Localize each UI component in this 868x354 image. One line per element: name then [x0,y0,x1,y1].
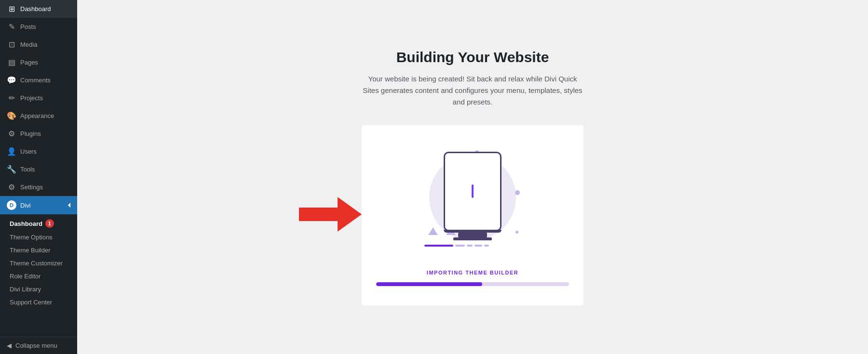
sidebar-item-appearance[interactable]: 🎨 Appearance [0,107,77,125]
sidebar-item-label: Media [20,41,37,48]
posts-icon: ✎ [7,22,16,31]
arrow-indicator [299,197,362,234]
collapse-label: Collapse menu [15,342,57,349]
divi-label: Divi [20,202,31,209]
deco-triangle-left [428,227,438,235]
divi-submenu-item-theme-builder[interactable]: Theme Builder [0,244,77,257]
comments-icon: 💬 [7,76,16,85]
sidebar-item-settings[interactable]: ⚙ Settings [0,178,77,196]
settings-icon: ⚙ [7,183,16,192]
sidebar-item-plugins[interactable]: ⚙ Plugins [0,125,77,143]
prog-line-1 [455,245,465,247]
build-card: IMPORTING THEME BUILDER [362,125,583,305]
divi-submenu-item-theme-customizer[interactable]: Theme Customizer [0,257,77,270]
device-cursor [472,184,474,198]
sidebar: ⊞ Dashboard ✎ Posts ⊡ Media ▤ Pages 💬 Co… [0,0,77,354]
dashboard-icon: ⊞ [7,4,16,13]
sidebar-item-label: Appearance [20,112,54,119]
collapse-menu-button[interactable]: ◀ Collapse menu [0,337,77,354]
device-base [453,237,492,240]
status-label: IMPORTING THEME BUILDER [427,270,518,275]
deco-dot-3 [515,231,518,234]
divi-submenu: Dashboard 1 Theme Options Theme Builder … [0,214,77,311]
prog-line-2 [467,245,473,247]
sidebar-item-label: Tools [20,166,35,173]
divi-submenu-item-divi-library[interactable]: Divi Library [0,283,77,296]
collapse-icon: ◀ [7,342,12,349]
svg-marker-0 [299,197,362,232]
sidebar-item-label: Users [20,148,37,155]
divi-submenu-item-support-center[interactable]: Support Center [0,296,77,309]
red-arrow-icon [299,197,362,232]
sidebar-item-label: Projects [20,94,43,102]
sidebar-item-projects[interactable]: ✏ Projects [0,89,77,107]
deco-dot-2 [515,190,520,195]
sidebar-item-media[interactable]: ⊡ Media [0,36,77,53]
tools-icon: 🔧 [7,165,16,174]
main-content: Building Your Website Your website is be… [77,0,868,354]
divi-dashboard-label: Dashboard [10,220,42,227]
sidebar-item-label: Dashboard [20,5,51,13]
page-subtitle: Your website is being created! Sit back … [362,73,583,108]
sidebar-item-tools[interactable]: 🔧 Tools [0,160,77,178]
sidebar-item-dashboard[interactable]: ⊞ Dashboard [0,0,77,18]
sidebar-item-pages[interactable]: ▤ Pages [0,53,77,71]
divi-submenu-item-theme-options[interactable]: Theme Options [0,231,77,244]
illustration [420,144,526,260]
projects-icon: ✏ [7,93,16,103]
illustration-progress-lines [424,245,521,247]
media-icon: ⊡ [7,40,16,49]
progress-bar-container [376,282,569,286]
sidebar-item-label: Pages [20,59,38,66]
sidebar-item-posts[interactable]: ✎ Posts [0,18,77,36]
appearance-icon: 🎨 [7,111,16,120]
sidebar-item-label: Settings [20,184,43,191]
progress-bar-fill [376,282,482,286]
sidebar-item-comments[interactable]: 💬 Comments [0,71,77,89]
sidebar-item-label: Comments [20,77,51,84]
prog-line-filled [424,245,453,247]
prog-line-4 [484,245,489,247]
device-stand [458,233,487,237]
prog-line-3 [475,245,482,247]
device-illustration [444,152,502,231]
sidebar-item-users[interactable]: 👤 Users [0,143,77,160]
sidebar-item-divi[interactable]: D Divi [0,196,77,214]
divi-collapse-icon [68,203,70,208]
page-title: Building Your Website [396,49,549,66]
divi-submenu-item-role-editor[interactable]: Role Editor [0,270,77,283]
sidebar-item-label: Posts [20,23,36,30]
divi-dashboard-badge: 1 [45,219,54,228]
pages-icon: ▤ [7,58,16,67]
users-icon: 👤 [7,147,16,156]
divi-logo-icon: D [7,200,16,210]
divi-submenu-item-dashboard[interactable]: Dashboard 1 [0,216,61,231]
plugins-icon: ⚙ [7,129,16,138]
sidebar-item-label: Plugins [20,130,41,137]
